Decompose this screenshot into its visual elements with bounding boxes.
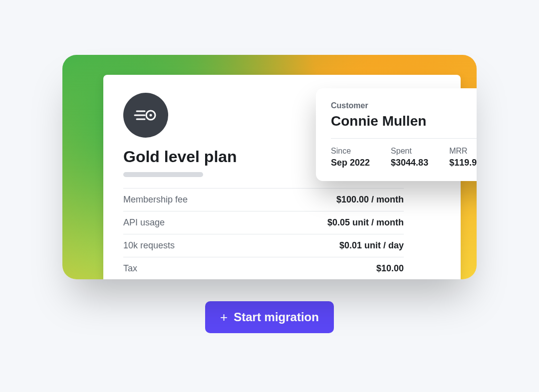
line-item: API usage $0.05 unit / month: [123, 211, 404, 234]
customer-stats: Since Sep 2022 Spent $3044.83 MRR $119.9…: [331, 147, 477, 168]
stat-value: $119.99: [449, 158, 477, 168]
stat-label: Spent: [391, 147, 428, 156]
hero-card: Gold level plan Membership fee $100.00 /…: [62, 55, 477, 279]
customer-section-label: Customer: [331, 101, 477, 110]
stat-value: Sep 2022: [331, 158, 370, 168]
plan-speed-icon: [123, 93, 168, 138]
plus-icon: +: [220, 311, 228, 324]
cta-label: Start migration: [234, 310, 319, 324]
line-item: Tax $10.00: [123, 257, 404, 279]
plan-line-items: Membership fee $100.00 / month API usage…: [123, 188, 404, 279]
customer-name: Connie Mullen: [331, 113, 477, 129]
stat-label: Since: [331, 147, 370, 156]
plan-progress-bar: [123, 172, 203, 177]
line-item: Membership fee $100.00 / month: [123, 188, 404, 211]
line-item-label: API usage: [123, 217, 165, 228]
line-item-value: $10.00: [376, 263, 404, 274]
stat-since: Since Sep 2022: [331, 147, 370, 168]
stat-spent: Spent $3044.83: [391, 147, 428, 168]
svg-point-1: [150, 114, 152, 117]
line-item-value: $0.05 unit / month: [327, 217, 404, 228]
start-migration-button[interactable]: + Start migration: [205, 301, 334, 333]
line-item-label: Membership fee: [123, 195, 188, 205]
line-item-value: $0.01 unit / day: [339, 240, 404, 251]
line-item-label: Tax: [123, 263, 137, 274]
stat-label: MRR: [449, 147, 477, 156]
line-item-label: 10k requests: [123, 240, 175, 251]
line-item: 10k requests $0.01 unit / day: [123, 234, 404, 257]
line-item-value: $100.00 / month: [336, 195, 404, 205]
customer-card: Customer Connie Mullen Since Sep 2022 Sp…: [316, 88, 477, 181]
divider: [331, 138, 477, 139]
stat-value: $3044.83: [391, 158, 428, 168]
stat-mrr: MRR $119.99: [449, 147, 477, 168]
